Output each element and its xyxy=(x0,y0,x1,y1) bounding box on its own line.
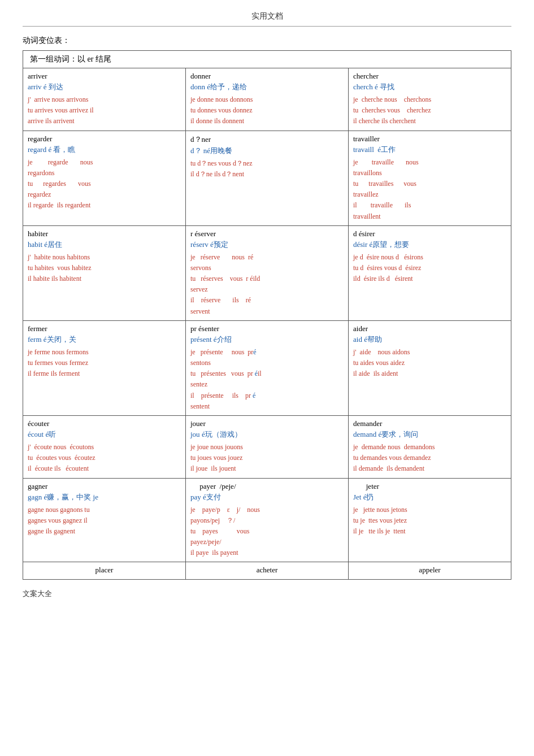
verb-conjugation: je travaille nous travaillons tu travail… xyxy=(353,157,506,222)
verb-conjugation: je paye/p ε j/ nous payons/pej ？/ tu pay… xyxy=(190,505,344,559)
verb-name: d ésirer xyxy=(353,229,506,238)
cell-desirer: d ésirer désir é原望，想要 je d ésire nous d … xyxy=(349,225,511,320)
verb-conjugation: je joue nous jouons tu joues vous jouez … xyxy=(190,442,344,475)
table-row: arriver arriv é 到达 j' arrive nous arrivo… xyxy=(23,68,511,131)
verb-name: chercher xyxy=(353,72,506,81)
cell-jouer: jouer jou é玩（游戏） je joue nous jouons tu … xyxy=(186,415,349,478)
verb-name: donner xyxy=(190,72,344,81)
verb-name: jouer xyxy=(190,419,344,428)
table-header-row: 第一组动词：以 er 结尾 xyxy=(23,51,511,68)
page-title: 实用文档 xyxy=(251,12,283,20)
verb-conjugation: je jette nous jetons tu je ttes vous jet… xyxy=(353,505,506,537)
cell-appeler: appeler xyxy=(349,562,511,580)
verb-meaning: écout é听 xyxy=(28,429,181,440)
verb-name: demander xyxy=(353,419,506,428)
verb-conjugation: je d ésire nous d ésirons tu d ésires vo… xyxy=(353,252,506,285)
verb-name: r éserver xyxy=(190,229,344,238)
table-header-cell: 第一组动词：以 er 结尾 xyxy=(23,51,511,68)
verb-name: gagner xyxy=(28,482,181,491)
cell-jeter: jeter Jet é扔 je jette nous jetons tu je … xyxy=(349,478,511,562)
cell-ecouter: écouter écout é听 j' écoute nous écoutons… xyxy=(23,415,186,478)
verb-name: pr ésenter xyxy=(190,324,344,333)
verb-meaning: habit é居住 xyxy=(28,240,181,250)
verb-name: arriver xyxy=(28,72,181,81)
verb-conjugation: j' habite nous habitons tu habites vous … xyxy=(28,252,181,285)
verb-conjugation: je donne nous donnons tu donnes vous don… xyxy=(190,94,344,127)
verb-meaning: ferm é关闭，关 xyxy=(28,334,181,345)
verb-name: habiter xyxy=(28,229,181,238)
cell-arriver: arriver arriv é 到达 j' arrive nous arrivo… xyxy=(23,68,186,131)
verb-meaning: travaill é工作 xyxy=(353,145,506,155)
cell-reserver: r éserver réserv é预定 je réserve nous ré … xyxy=(186,225,349,320)
verb-name: appeler xyxy=(353,566,506,575)
cell-travailler: travailler travaill é工作 je travaille nou… xyxy=(349,131,511,225)
table-row: écouter écout é听 j' écoute nous écoutons… xyxy=(23,415,511,478)
verb-conjugation: je ferme nous fermons tu fermes vous fer… xyxy=(28,347,181,380)
cell-placer: placer xyxy=(23,562,186,580)
verb-conjugation: j' écoute nous écoutons tu écoutes vous … xyxy=(28,442,181,475)
cell-fermer: fermer ferm é关闭，关 je ferme nous fermons … xyxy=(23,320,186,415)
verb-name: payer /peje/ xyxy=(190,482,344,491)
cell-gagner: gagner gagn é赚，赢，中奖 je gagne nous gagnon… xyxy=(23,478,186,562)
verb-meaning: gagn é赚，赢，中奖 je xyxy=(28,492,181,502)
verb-meaning: aid é帮助 xyxy=(353,334,506,345)
verb-conjugation: je regarde nous regardons tu regardes vo… xyxy=(28,157,181,211)
cell-regarder: regarder regard é 看，瞧 je regarde nous re… xyxy=(23,131,186,225)
verb-meaning: jou é玩（游戏） xyxy=(190,429,344,440)
verb-meaning: arriv é 到达 xyxy=(28,82,181,92)
table-row: gagner gagn é赚，赢，中奖 je gagne nous gagnon… xyxy=(23,478,511,562)
verb-name: aider xyxy=(353,324,506,333)
cell-diner: d？ner d？ né用晚餐 tu d？nes vous d？nez il d？… xyxy=(186,131,349,225)
table-row: fermer ferm é关闭，关 je ferme nous fermons … xyxy=(23,320,511,415)
verb-conjugation: je demande nous demandons tu demandes vo… xyxy=(353,442,506,475)
verb-conjugation: gagne nous gagnons tu gagnes vous gagnez… xyxy=(28,505,181,537)
verb-meaning: d？ né用晚餐 xyxy=(190,146,344,156)
verb-conjugation: j' aide nous aidons tu aides vous aidez … xyxy=(353,347,506,380)
verb-name: d？ner xyxy=(190,134,344,145)
cell-aider: aider aid é帮助 j' aide nous aidons tu aid… xyxy=(349,320,511,415)
verb-meaning: demand é要求，询问 xyxy=(353,429,506,440)
verb-meaning: présent é介绍 xyxy=(190,334,344,345)
cell-chercher: chercher cherch é 寻找 je cherche nous che… xyxy=(349,68,511,131)
verb-meaning: désir é原望，想要 xyxy=(353,240,506,250)
section-title: 动词变位表： xyxy=(23,36,511,46)
cell-demander: demander demand é要求，询问 je demande nous d… xyxy=(349,415,511,478)
page-footer: 文案大全 xyxy=(23,589,511,599)
verb-meaning: Jet é扔 xyxy=(353,492,506,502)
verb-name: regarder xyxy=(28,134,181,144)
cell-donner: donner donn é给予，递给 je donne nous donnons… xyxy=(186,68,349,131)
verb-name: écouter xyxy=(28,419,181,428)
conjugation-table: 第一组动词：以 er 结尾 arriver arriv é 到达 j' arri… xyxy=(23,50,511,580)
verb-conjugation: je réserve nous ré servons tu réserves v… xyxy=(190,252,344,317)
verb-name: placer xyxy=(28,566,181,575)
verb-name: jeter xyxy=(353,482,506,491)
table-row: habiter habit é居住 j' habite nous habiton… xyxy=(23,225,511,320)
verb-meaning: regard é 看，瞧 xyxy=(28,145,181,155)
verb-conjugation: tu d？nes vous d？nez il d？ne ils d？nent xyxy=(190,158,344,180)
verb-conjugation: j' arrive nous arrivons tu arrives vous … xyxy=(28,94,181,127)
verb-meaning: donn é给予，递给 xyxy=(190,82,344,92)
cell-payer: payer /peje/ pay é支付 je paye/p ε j/ nous… xyxy=(186,478,349,562)
table-row: placer acheter appeler xyxy=(23,562,511,580)
verb-meaning: pay é支付 xyxy=(190,492,344,502)
cell-habiter: habiter habit é居住 j' habite nous habiton… xyxy=(23,225,186,320)
verb-name: travailler xyxy=(353,134,506,144)
verb-meaning: réserv é预定 xyxy=(190,240,344,250)
verb-name: fermer xyxy=(28,324,181,333)
header-divider xyxy=(23,26,511,27)
page-header: 实用文档 xyxy=(23,11,511,21)
verb-conjugation: je cherche nous cherchons tu cherches vo… xyxy=(353,94,506,127)
verb-meaning: cherch é 寻找 xyxy=(353,82,506,92)
verb-conjugation: je présente nous pré sentons tu présente… xyxy=(190,347,344,412)
table-row: regarder regard é 看，瞧 je regarde nous re… xyxy=(23,131,511,225)
cell-acheter: acheter xyxy=(186,562,349,580)
cell-presenter: pr ésenter présent é介绍 je présente nous … xyxy=(186,320,349,415)
verb-name: acheter xyxy=(190,566,344,575)
